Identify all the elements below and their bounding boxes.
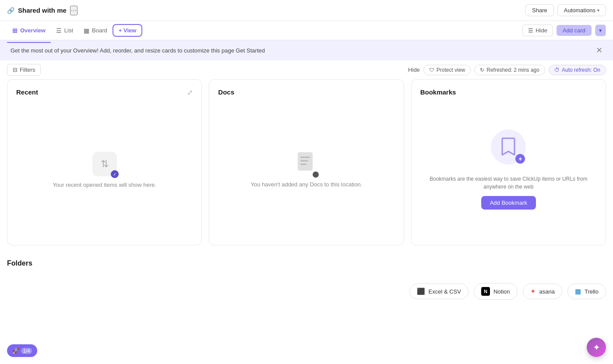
filters-right: Hide 🛡 Protect view ↻ Refreshed: 2 mins … [408, 65, 606, 75]
board-icon: ▦ [84, 27, 89, 34]
fab-ai-button[interactable]: ✦ [587, 338, 606, 357]
get-started-link[interactable]: Get Started [236, 47, 264, 54]
filter-icon: ⊟ [13, 66, 18, 73]
fab-rocket-button[interactable]: 🚀 1/4 [7, 344, 37, 357]
bookmarks-card: Bookmarks + Bookmarks are the easiest wa… [411, 79, 606, 245]
header-right: Share Automations ▾ [525, 4, 606, 16]
check-badge: ✓ [111, 170, 119, 178]
share-icon: 🔗 [7, 7, 14, 14]
recent-empty-text: Your recent opened items will show here. [53, 182, 156, 188]
expand-icon[interactable]: ⤢ [187, 88, 193, 97]
bookmarks-desc: Bookmarks are the easiest way to save Cl… [420, 175, 597, 191]
filters-button[interactable]: ⊟ Filters [7, 64, 41, 76]
more-button[interactable]: ··· [70, 6, 78, 15]
chevron-down-icon: ▾ [597, 8, 599, 13]
notion-icon: N [481, 287, 490, 296]
add-card-button[interactable]: Add card [557, 25, 592, 36]
layers-icon: ⇅ [101, 158, 109, 170]
recent-card-empty: ⇅ ✓ Your recent opened items will show h… [16, 104, 193, 236]
tab-list[interactable]: ☰ List [51, 24, 78, 38]
banner-text: Get the most out of your Overview! Add, … [11, 47, 265, 54]
add-card-chevron[interactable]: ▾ [595, 24, 606, 36]
trello-icon: ▦ [575, 287, 581, 295]
tab-board[interactable]: ▦ Board [78, 24, 113, 38]
svg-rect-3 [300, 164, 306, 165]
asana-icon: ✦ [530, 287, 536, 295]
bookmark-svg-icon [500, 137, 516, 157]
hide-icon: ☰ [528, 27, 533, 34]
folders-section: Folders [0, 252, 613, 280]
banner-close-button[interactable]: ✕ [596, 46, 602, 55]
bookmarks-card-title: Bookmarks [420, 88, 456, 96]
import-trello-pill[interactable]: ▦ Trello [567, 284, 606, 299]
clock-icon: ⏱ [554, 67, 560, 73]
sparkle-icon: ✦ [593, 342, 600, 353]
overview-icon: ⊞ [12, 27, 18, 34]
filters-hide-label[interactable]: Hide [408, 66, 420, 73]
cards-grid: Recent ⤢ ⇅ ✓ Your recent opened items wi… [0, 79, 613, 252]
svg-rect-2 [300, 160, 308, 161]
docs-empty-icon [296, 151, 317, 176]
automations-button[interactable]: Automations ▾ [557, 4, 606, 16]
shield-icon: 🛡 [429, 67, 434, 73]
refresh-icon: ↻ [480, 67, 484, 73]
recent-card: Recent ⤢ ⇅ ✓ Your recent opened items wi… [7, 79, 202, 245]
docs-empty-text: You haven't added any Docs to this locat… [251, 181, 363, 188]
import-asana-pill[interactable]: ✦ asana [523, 284, 562, 299]
protect-view-pill[interactable]: 🛡 Protect view [423, 65, 471, 75]
import-notion-pill[interactable]: N Notion [474, 283, 518, 300]
folders-title: Folders [7, 259, 606, 267]
fab-badge: 1/4 [21, 348, 32, 354]
rocket-icon: 🚀 [12, 347, 19, 354]
tabs-right-actions: ☰ Hide Add card ▾ [522, 24, 606, 36]
page-title: Shared with me [18, 7, 67, 14]
bookmark-icon-wrap: + [491, 130, 526, 164]
bookmark-plus-icon: + [515, 154, 525, 164]
docs-card-title: Docs [218, 88, 234, 96]
hide-button[interactable]: ☰ Hide [522, 24, 553, 36]
docs-card: Docs You haven't added any Docs to this … [209, 79, 404, 245]
tab-overview[interactable]: ⊞ Overview [7, 24, 51, 38]
svg-rect-1 [300, 157, 310, 158]
docs-dot [313, 172, 319, 178]
excel-icon: ⬛ [417, 287, 425, 295]
list-icon: ☰ [56, 27, 62, 34]
auto-refresh-pill[interactable]: ⏱ Auto refresh: On [549, 65, 606, 75]
bookmarks-card-header: Bookmarks [420, 88, 597, 96]
recent-card-title: Recent [16, 88, 38, 96]
import-row: ⬛ Excel & CSV N Notion ✦ asana ▦ Trello [0, 283, 613, 300]
docs-card-header: Docs [218, 88, 395, 96]
recent-card-header: Recent ⤢ [16, 88, 193, 97]
tab-add-view[interactable]: + View [113, 24, 143, 37]
filters-bar: ⊟ Filters Hide 🛡 Protect view ↻ Refreshe… [0, 60, 613, 79]
tabs-bar: ⊞ Overview ☰ List ▦ Board + View ☰ Hide … [0, 21, 613, 40]
bookmarks-card-empty: + Bookmarks are the easiest way to save … [420, 103, 597, 236]
header: 🔗 Shared with me ··· Share Automations ▾ [0, 0, 613, 21]
add-bookmark-button[interactable]: Add Bookmark [481, 196, 536, 210]
docs-card-empty: You haven't added any Docs to this locat… [218, 103, 395, 236]
recent-empty-icon: ⇅ ✓ [92, 152, 117, 176]
import-excel-pill[interactable]: ⬛ Excel & CSV [409, 284, 469, 299]
info-banner: Get the most out of your Overview! Add, … [0, 40, 613, 60]
share-button[interactable]: Share [525, 4, 554, 16]
refreshed-pill[interactable]: ↻ Refreshed: 2 mins ago [474, 65, 545, 75]
header-left: 🔗 Shared with me ··· [7, 6, 78, 15]
